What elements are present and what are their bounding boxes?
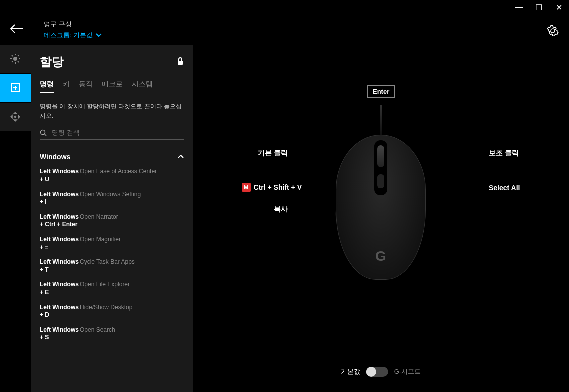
hint-text: 명령을 이 장치에 할당하려면 타겟으로 끌어다 놓으십시오. bbox=[40, 102, 184, 121]
command-item[interactable]: Left Windows + SOpen Search bbox=[40, 324, 184, 346]
section-windows[interactable]: Windows bbox=[40, 149, 184, 165]
svg-point-14 bbox=[41, 130, 46, 134]
device-view: Enter 기본 클릭 보조 클릭 M Ctrl + Shift + V Sel… bbox=[193, 45, 569, 392]
command-desc: Open Ease of Access Center bbox=[80, 168, 184, 184]
chevron-down-icon bbox=[96, 34, 102, 38]
command-key: Left Windows + I bbox=[40, 191, 80, 206]
maximize-button[interactable]: ☐ bbox=[533, 2, 545, 14]
tab-keys[interactable]: 키 bbox=[63, 80, 70, 93]
assignments-tab[interactable] bbox=[0, 74, 31, 102]
toggle-label-default: 기본값 bbox=[341, 368, 360, 376]
profile-title: 영구 구성 bbox=[44, 20, 559, 29]
command-item[interactable]: Left Windows + Ctrl + EnterOpen Narrator bbox=[40, 210, 184, 233]
lock-button[interactable] bbox=[177, 58, 184, 67]
move-icon bbox=[10, 111, 22, 123]
tab-actions[interactable]: 동작 bbox=[79, 80, 93, 93]
macro-badge-icon: M bbox=[242, 183, 251, 192]
command-item[interactable]: Left Windows + TCycle Task Bar Apps bbox=[40, 256, 184, 278]
scroll-wheel bbox=[378, 146, 384, 168]
gshift-toggle[interactable] bbox=[366, 367, 388, 377]
svg-point-12 bbox=[15, 116, 16, 118]
assignment-scroll-wheel[interactable]: Enter bbox=[367, 85, 396, 98]
settings-button[interactable] bbox=[547, 25, 559, 39]
svg-line-8 bbox=[18, 56, 19, 56]
logitech-logo: G bbox=[376, 248, 386, 264]
chevron-up-icon bbox=[178, 155, 184, 159]
mouse-body: G bbox=[336, 135, 426, 280]
back-button[interactable] bbox=[10, 23, 24, 37]
command-item[interactable]: Left Windows + UOpen Ease of Access Cent… bbox=[40, 165, 184, 188]
tab-system[interactable]: 시스템 bbox=[132, 80, 153, 93]
command-desc: Open Search bbox=[80, 326, 184, 342]
svg-line-5 bbox=[12, 56, 13, 56]
search-icon bbox=[40, 130, 47, 136]
svg-line-6 bbox=[18, 62, 19, 62]
command-desc: Open Narrator bbox=[80, 214, 184, 229]
back-arrow-icon bbox=[10, 24, 24, 34]
brightness-icon bbox=[10, 53, 22, 65]
lighting-tab[interactable] bbox=[0, 45, 31, 73]
command-key: Left Windows + Ctrl + Enter bbox=[40, 214, 80, 229]
command-key: Left Windows + S bbox=[40, 326, 80, 342]
command-item[interactable]: Left Windows + =Open Magnifier bbox=[40, 233, 184, 256]
command-key: Left Windows + D bbox=[40, 304, 80, 320]
svg-line-7 bbox=[12, 62, 13, 62]
command-desc: Open Windows Setting bbox=[80, 191, 184, 206]
assignment-right-click[interactable]: 보조 클릭 bbox=[489, 149, 519, 158]
svg-point-0 bbox=[14, 57, 18, 61]
assignment-side-rear[interactable]: 복사 bbox=[223, 205, 288, 214]
sensitivity-tab[interactable] bbox=[0, 103, 31, 131]
command-key: Left Windows + = bbox=[40, 236, 80, 252]
command-item[interactable]: Left Windows + IOpen Windows Setting bbox=[40, 188, 184, 210]
close-icon: ✕ bbox=[556, 3, 562, 12]
dpi-button bbox=[378, 174, 384, 188]
mouse-graphic: G bbox=[336, 135, 426, 280]
command-item[interactable]: Left Windows + DHide/Show Desktop bbox=[40, 301, 184, 324]
maximize-icon: ☐ bbox=[536, 3, 542, 12]
command-list[interactable]: Left Windows + UOpen Ease of Access Cent… bbox=[40, 165, 184, 392]
profile-name: 데스크톱: 기본값 bbox=[44, 31, 93, 40]
minimize-button[interactable]: — bbox=[513, 2, 525, 14]
toggle-label-gshift: G-시프트 bbox=[394, 368, 421, 376]
tab-macros[interactable]: 매크로 bbox=[102, 80, 123, 93]
command-desc: Hide/Show Desktop bbox=[80, 304, 184, 320]
command-key: Left Windows + T bbox=[40, 258, 80, 274]
close-button[interactable]: ✕ bbox=[553, 2, 565, 14]
assignment-left-click[interactable]: 기본 클릭 bbox=[223, 149, 288, 158]
toggle-knob bbox=[366, 367, 376, 377]
tab-commands[interactable]: 명령 bbox=[40, 80, 54, 93]
command-desc: Cycle Task Bar Apps bbox=[80, 258, 184, 274]
search-input[interactable] bbox=[52, 129, 184, 136]
command-desc: Open File Explorer bbox=[80, 281, 184, 296]
command-key: Left Windows + E bbox=[40, 281, 80, 296]
profile-selector[interactable]: 데스크톱: 기본값 bbox=[44, 31, 559, 40]
assignment-mid-button[interactable]: Select All bbox=[489, 184, 520, 192]
command-item[interactable]: Left Windows + EOpen File Explorer bbox=[40, 278, 184, 300]
lock-icon bbox=[177, 58, 184, 66]
plus-icon bbox=[10, 82, 22, 94]
command-key: Left Windows + U bbox=[40, 168, 80, 184]
svg-rect-13 bbox=[178, 61, 183, 65]
svg-line-15 bbox=[45, 134, 47, 136]
section-label: Windows bbox=[40, 153, 70, 161]
command-desc: Open Magnifier bbox=[80, 236, 184, 252]
assignment-side-front[interactable]: M Ctrl + Shift + V bbox=[213, 183, 302, 192]
panel-title: 할당 bbox=[40, 54, 64, 70]
enter-label: Enter bbox=[373, 88, 390, 96]
callout-line bbox=[290, 214, 339, 214]
gear-icon bbox=[547, 25, 559, 37]
minimize-icon: — bbox=[515, 3, 523, 12]
mouse-cable bbox=[380, 105, 382, 135]
